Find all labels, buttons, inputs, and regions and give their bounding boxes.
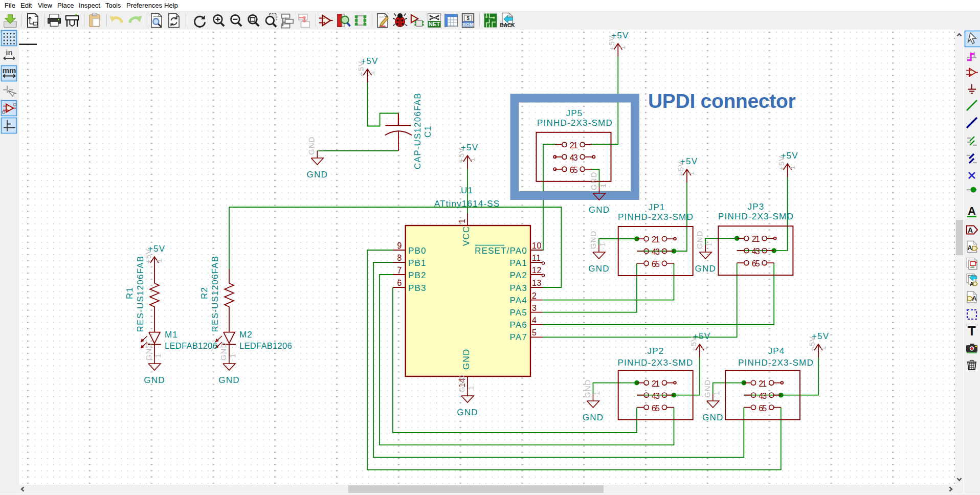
svg-text:PINHD-2X3-SMD: PINHD-2X3-SMD (618, 358, 694, 368)
svg-text:PINHD-2X3-SMD: PINHD-2X3-SMD (718, 212, 794, 221)
svg-text:R2: R2 (199, 287, 209, 299)
svg-text:$: $ (466, 15, 470, 21)
svg-text:3: 3 (532, 304, 537, 312)
svg-text:5: 5 (532, 328, 537, 337)
svg-text:7: 7 (397, 266, 403, 275)
svg-text:GND: GND (461, 349, 471, 370)
svg-text:A: A (967, 244, 972, 252)
svg-text:13: 13 (532, 279, 542, 287)
svg-text:A: A (968, 205, 976, 217)
svg-text:JP4: JP4 (768, 346, 785, 356)
svg-text:PA6: PA6 (510, 320, 527, 330)
svg-text:2: 2 (532, 291, 537, 300)
svg-text:PA2: PA2 (510, 271, 527, 280)
svg-text:PINHD-2X3-SMD: PINHD-2X3-SMD (738, 358, 814, 368)
svg-text:M2: M2 (239, 330, 253, 340)
svg-text:BOM: BOM (462, 21, 474, 27)
svg-text:VCC: VCC (461, 226, 471, 246)
svg-text:mm: mm (3, 66, 16, 75)
svg-text:A: A (972, 295, 977, 302)
svg-text:LEDFAB1206: LEDFAB1206 (165, 341, 217, 350)
svg-text:ATtiny1614-SS: ATtiny1614-SS (434, 199, 500, 209)
svg-text:PA5: PA5 (510, 308, 527, 318)
svg-text:6: 6 (397, 279, 403, 287)
svg-text:11: 11 (532, 254, 541, 262)
svg-text:PINHD-2X3-SMD: PINHD-2X3-SMD (537, 118, 613, 128)
svg-text:A: A (968, 226, 973, 234)
svg-text:PINHD-2X3-SMD: PINHD-2X3-SMD (618, 212, 694, 222)
svg-text:in: in (6, 48, 12, 57)
svg-text:PA1: PA1 (510, 258, 527, 268)
svg-text:RESET/PA0: RESET/PA0 (475, 246, 527, 256)
svg-text:8: 8 (397, 254, 403, 262)
svg-text:9: 9 (397, 241, 403, 250)
svg-text:U1: U1 (461, 186, 473, 195)
svg-text:PB0: PB0 (408, 246, 427, 256)
svg-text:PA4: PA4 (510, 296, 527, 305)
svg-text:LEDFAB1206: LEDFAB1206 (239, 341, 292, 350)
svg-text:PA7: PA7 (510, 332, 527, 342)
svg-text:RES-US1206FAB: RES-US1206FAB (210, 256, 220, 332)
svg-text:10: 10 (532, 241, 542, 250)
svg-text:JP2: JP2 (648, 346, 664, 356)
svg-text:T: T (968, 323, 976, 339)
svg-text:JP5: JP5 (566, 108, 583, 118)
svg-text:CAP-US1206FAB: CAP-US1206FAB (413, 93, 422, 169)
svg-text:RES-US1206FAB: RES-US1206FAB (136, 256, 145, 332)
svg-text:1: 1 (458, 219, 466, 224)
svg-text:C1: C1 (423, 125, 433, 138)
svg-text:UPDI connector: UPDI connector (648, 90, 795, 112)
svg-text:JP1: JP1 (649, 202, 665, 212)
svg-text:4: 4 (532, 316, 537, 325)
svg-text:BACK: BACK (500, 22, 515, 28)
svg-text:M1: M1 (165, 330, 178, 340)
svg-text:PB1: PB1 (408, 258, 427, 268)
svg-text:JP3: JP3 (748, 202, 765, 212)
svg-text:NET: NET (429, 21, 440, 27)
svg-text:PB3: PB3 (408, 283, 427, 293)
svg-text:R1: R1 (125, 287, 135, 299)
svg-text:PB2: PB2 (408, 271, 427, 280)
svg-text:12: 12 (532, 266, 542, 275)
svg-text:PA3: PA3 (510, 283, 527, 293)
